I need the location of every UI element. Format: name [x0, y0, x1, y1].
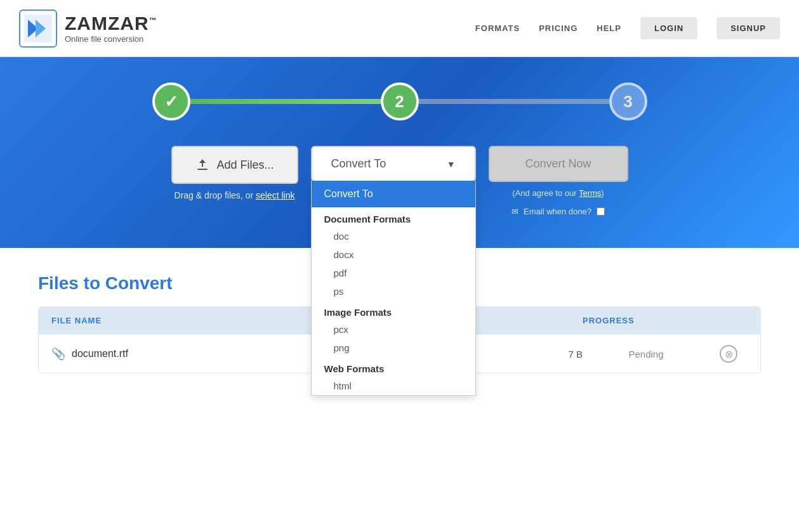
step-line-1: [190, 99, 381, 104]
login-button[interactable]: LOGIN: [640, 17, 697, 39]
dropdown-item-pdf[interactable]: pdf: [312, 264, 475, 282]
dropdown-group-document: Document Formats: [312, 207, 475, 227]
dropdown-group-web: Web Formats: [312, 357, 475, 377]
dropdown-item-html[interactable]: html: [312, 377, 475, 395]
email-label: Email when done?: [524, 207, 591, 216]
file-name: document.rtf: [72, 348, 128, 360]
column-progress: PROGRESS: [583, 316, 710, 325]
terms-info: (And agree to our Terms): [512, 188, 604, 198]
dropdown-item-doc[interactable]: doc: [312, 227, 475, 245]
column-action: [710, 316, 748, 325]
step-line-2: [419, 99, 609, 104]
dropdown-header: Convert To: [312, 181, 475, 207]
convert-to-dropdown: Convert To Document Formats doc docx pdf…: [311, 181, 476, 396]
column-size: [506, 316, 583, 325]
paperclip-icon: 📎: [51, 347, 65, 361]
step-3-circle: 3: [609, 82, 647, 120]
email-checkbox[interactable]: [597, 207, 605, 216]
svg-rect-3: [197, 169, 208, 170]
terms-link[interactable]: Terms: [579, 188, 601, 198]
convert-to-button[interactable]: Convert To ▼: [311, 146, 476, 182]
upload-icon: [195, 157, 210, 172]
add-files-group: Add Files... Drag & drop files, or selec…: [171, 146, 298, 200]
dropdown-item-docx[interactable]: docx: [312, 245, 475, 264]
dropdown-group-image: Image Formats: [312, 301, 475, 320]
step-2-circle: 2: [381, 82, 419, 120]
select-link[interactable]: select link: [256, 190, 294, 200]
add-files-button[interactable]: Add Files...: [171, 146, 298, 184]
actions-row: Add Files... Drag & drop files, or selec…: [38, 146, 761, 216]
logo-text: ZAMZAR™ Online file conversion: [65, 13, 157, 44]
convert-to-wrapper: Convert To ▼ Convert To Document Formats…: [311, 146, 476, 182]
convert-to-label: Convert To: [331, 157, 386, 171]
logo-name: ZAMZAR™: [65, 13, 157, 34]
dropdown-item-pcx[interactable]: pcx: [312, 320, 475, 339]
step-1-circle: ✓: [152, 82, 190, 120]
nav-formats[interactable]: FORMATS: [475, 23, 520, 33]
nav-help[interactable]: HELP: [597, 23, 621, 33]
steps-indicator: ✓ 2 3: [38, 82, 761, 120]
file-progress: Pending: [583, 349, 710, 360]
file-size: 7 B: [506, 349, 583, 360]
nav-pricing[interactable]: PRICING: [539, 23, 578, 33]
logo-icon: [19, 10, 57, 48]
cancel-button[interactable]: ⊗: [720, 345, 737, 363]
convert-now-button[interactable]: Convert Now: [489, 146, 628, 182]
logo-area: ZAMZAR™ Online file conversion: [19, 10, 475, 48]
email-icon: ✉: [512, 207, 518, 216]
hero-section: ✓ 2 3 Add Files... Drag & drop files, or…: [0, 57, 799, 248]
nav: FORMATS PRICING HELP LOGIN SIGNUP: [475, 17, 780, 39]
drag-drop-text: Drag & drop files, or select link: [175, 190, 295, 200]
logo-subtitle: Online file conversion: [65, 34, 157, 44]
header: ZAMZAR™ Online file conversion FORMATS P…: [0, 0, 799, 57]
signup-button[interactable]: SIGNUP: [716, 17, 780, 39]
dropdown-item-ps[interactable]: ps: [312, 282, 475, 301]
cancel-cell: ⊗: [710, 345, 748, 363]
dropdown-item-png[interactable]: png: [312, 339, 475, 357]
email-when-done-row: ✉ Email when done?: [512, 207, 605, 216]
convert-now-group: Convert Now (And agree to our Terms) ✉ E…: [489, 146, 628, 216]
chevron-down-icon: ▼: [447, 159, 456, 169]
